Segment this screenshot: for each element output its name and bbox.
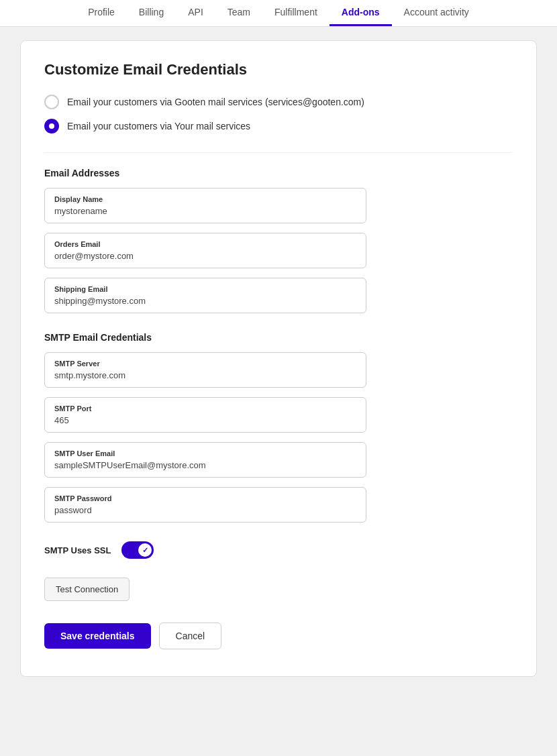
save-credentials-button[interactable]: Save credentials bbox=[44, 623, 151, 649]
display-name-value: mystorename bbox=[54, 206, 356, 216]
display-name-label: Display Name bbox=[54, 195, 356, 203]
radio-circle-your-mail bbox=[44, 119, 59, 133]
smtp-password-label: SMTP Password bbox=[54, 494, 356, 502]
shipping-email-value: shipping@mystore.com bbox=[54, 296, 356, 306]
test-connection-row: Test Connection bbox=[44, 578, 513, 612]
smtp-port-label: SMTP Port bbox=[54, 404, 356, 413]
smtp-user-email-field[interactable]: SMTP User Email sampleSMTPUserEmail@myst… bbox=[44, 442, 366, 478]
radio-label-gooten: Email your customers via Gooten mail ser… bbox=[67, 97, 364, 107]
credentials-card: Customize Email Credentials Email your c… bbox=[20, 40, 537, 677]
shipping-email-field[interactable]: Shipping Email shipping@mystore.com bbox=[44, 278, 366, 313]
smtp-user-email-value: sampleSMTPUserEmail@mystore.com bbox=[54, 460, 356, 470]
top-navigation: Profile Billing API Team Fulfillment Add… bbox=[0, 0, 557, 27]
smtp-server-field[interactable]: SMTP Server smtp.mystore.com bbox=[44, 352, 366, 388]
card-title: Customize Email Credentials bbox=[44, 61, 513, 78]
display-name-field[interactable]: Display Name mystorename bbox=[44, 188, 366, 223]
tab-addons[interactable]: Add-ons bbox=[330, 0, 392, 26]
tab-account-activity[interactable]: Account activity bbox=[392, 0, 481, 26]
email-fields: Display Name mystorename Orders Email or… bbox=[44, 188, 513, 313]
ssl-toggle[interactable] bbox=[121, 541, 154, 559]
mail-service-options: Email your customers via Gooten mail ser… bbox=[44, 95, 513, 133]
smtp-section-title: SMTP Email Credentials bbox=[44, 332, 513, 343]
orders-email-field[interactable]: Orders Email order@mystore.com bbox=[44, 233, 366, 268]
smtp-server-value: smtp.mystore.com bbox=[54, 370, 356, 380]
shipping-email-label: Shipping Email bbox=[54, 285, 356, 293]
orders-email-label: Orders Email bbox=[54, 240, 356, 248]
orders-email-value: order@mystore.com bbox=[54, 251, 356, 261]
action-buttons: Save credentials Cancel bbox=[44, 623, 513, 649]
main-content: Customize Email Credentials Email your c… bbox=[0, 27, 557, 690]
toggle-knob bbox=[138, 543, 152, 557]
ssl-label: SMTP Uses SSL bbox=[44, 545, 111, 555]
tab-billing[interactable]: Billing bbox=[127, 0, 176, 26]
radio-gooten-mail[interactable]: Email your customers via Gooten mail ser… bbox=[44, 95, 513, 109]
smtp-fields: SMTP Server smtp.mystore.com SMTP Port 4… bbox=[44, 352, 513, 523]
email-section-title: Email Addresses bbox=[44, 168, 513, 178]
smtp-port-field[interactable]: SMTP Port 465 bbox=[44, 397, 366, 433]
tab-fulfillment[interactable]: Fulfillment bbox=[262, 0, 330, 26]
tab-api[interactable]: API bbox=[176, 0, 215, 26]
test-connection-button[interactable]: Test Connection bbox=[44, 578, 130, 601]
tab-profile[interactable]: Profile bbox=[76, 0, 127, 26]
divider-1 bbox=[44, 152, 513, 153]
radio-label-your-mail: Email your customers via Your mail servi… bbox=[67, 121, 250, 131]
smtp-user-email-label: SMTP User Email bbox=[54, 449, 356, 457]
smtp-password-field[interactable]: SMTP Password password bbox=[44, 487, 366, 523]
tab-team[interactable]: Team bbox=[215, 0, 262, 26]
smtp-port-value: 465 bbox=[54, 415, 356, 425]
cancel-button[interactable]: Cancel bbox=[159, 623, 222, 649]
ssl-row: SMTP Uses SSL bbox=[44, 541, 513, 559]
radio-your-mail[interactable]: Email your customers via Your mail servi… bbox=[44, 119, 513, 133]
radio-circle-gooten bbox=[44, 95, 59, 109]
smtp-password-value: password bbox=[54, 505, 356, 515]
smtp-server-label: SMTP Server bbox=[54, 360, 356, 368]
